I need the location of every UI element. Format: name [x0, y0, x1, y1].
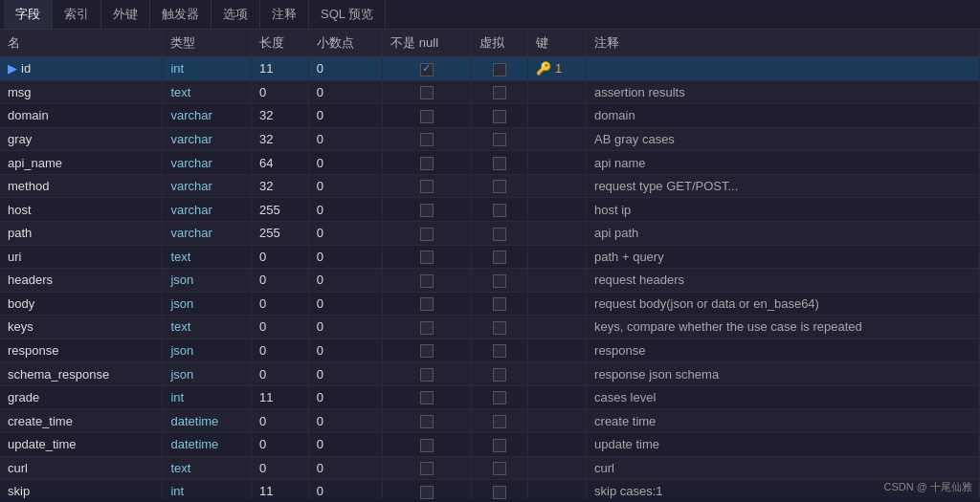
notnull-checkbox[interactable]	[420, 63, 434, 76]
field-notnull[interactable]	[383, 269, 472, 293]
table-row[interactable]: hostvarchar2550host ip	[0, 198, 980, 222]
notnull-checkbox[interactable]	[420, 133, 434, 146]
field-notnull[interactable]	[383, 221, 472, 245]
field-virtual[interactable]	[471, 151, 528, 175]
virtual-checkbox[interactable]	[493, 297, 506, 311]
field-virtual[interactable]	[471, 57, 528, 81]
table-row[interactable]: ▶idint110🔑 1	[0, 57, 980, 81]
notnull-checkbox[interactable]	[420, 228, 434, 241]
table-row[interactable]: keystext00keys, compare whether the use …	[0, 316, 980, 339]
field-notnull[interactable]	[383, 292, 472, 316]
notnull-checkbox[interactable]	[420, 439, 434, 452]
virtual-checkbox[interactable]	[493, 204, 506, 217]
field-virtual[interactable]	[471, 292, 528, 316]
notnull-checkbox[interactable]	[420, 274, 434, 288]
virtual-checkbox[interactable]	[493, 180, 506, 193]
tab-SQL 预览[interactable]: SQL 预览	[309, 0, 386, 29]
notnull-checkbox[interactable]	[420, 486, 434, 499]
virtual-checkbox[interactable]	[493, 110, 506, 123]
notnull-checkbox[interactable]	[420, 391, 434, 404]
virtual-checkbox[interactable]	[493, 486, 506, 499]
field-virtual[interactable]	[471, 198, 528, 222]
field-notnull[interactable]	[383, 433, 472, 457]
virtual-checkbox[interactable]	[493, 415, 506, 428]
tab-字段[interactable]: 字段	[4, 0, 53, 29]
virtual-checkbox[interactable]	[493, 391, 506, 404]
virtual-checkbox[interactable]	[493, 344, 506, 358]
field-virtual[interactable]	[471, 456, 528, 480]
table-row[interactable]: responsejson00response	[0, 338, 980, 362]
table-row[interactable]: headersjson00request headers	[0, 269, 980, 293]
table-row[interactable]: pathvarchar2550api path	[0, 221, 980, 245]
tab-触发器[interactable]: 触发器	[150, 0, 212, 29]
table-row[interactable]: domainvarchar320domain	[0, 104, 980, 128]
notnull-checkbox[interactable]	[420, 251, 434, 264]
virtual-checkbox[interactable]	[493, 63, 506, 76]
field-virtual[interactable]	[471, 338, 528, 362]
notnull-checkbox[interactable]	[420, 204, 434, 217]
tab-索引[interactable]: 索引	[53, 0, 101, 29]
table-row[interactable]: curltext00curl	[0, 456, 980, 480]
tab-注释[interactable]: 注释	[260, 0, 309, 29]
field-notnull[interactable]	[383, 245, 472, 269]
field-notnull[interactable]	[383, 104, 472, 128]
field-notnull[interactable]	[383, 127, 472, 151]
virtual-checkbox[interactable]	[493, 321, 506, 335]
tab-外键[interactable]: 外键	[101, 0, 150, 29]
field-virtual[interactable]	[471, 433, 528, 457]
virtual-checkbox[interactable]	[493, 157, 506, 170]
table-row[interactable]: gradeint110cases level	[0, 385, 980, 409]
notnull-checkbox[interactable]	[420, 462, 434, 475]
table-row[interactable]: uritext00path + query	[0, 245, 980, 269]
notnull-checkbox[interactable]	[420, 86, 434, 99]
virtual-checkbox[interactable]	[493, 251, 506, 264]
notnull-checkbox[interactable]	[420, 110, 434, 123]
field-virtual[interactable]	[471, 80, 528, 104]
table-row[interactable]: schema_responsejson00response json schem…	[0, 362, 980, 386]
field-virtual[interactable]	[471, 245, 528, 269]
field-virtual[interactable]	[471, 221, 528, 245]
field-notnull[interactable]	[383, 456, 472, 480]
virtual-checkbox[interactable]	[493, 86, 506, 99]
table-row[interactable]: skipint110skip cases:1	[0, 480, 980, 499]
virtual-checkbox[interactable]	[493, 368, 506, 382]
notnull-checkbox[interactable]	[420, 368, 434, 382]
notnull-checkbox[interactable]	[420, 297, 434, 311]
virtual-checkbox[interactable]	[493, 133, 506, 146]
table-row[interactable]: methodvarchar320request type GET/POST...	[0, 174, 980, 198]
field-virtual[interactable]	[471, 174, 528, 198]
field-notnull[interactable]	[383, 409, 472, 433]
field-notnull[interactable]	[383, 57, 472, 81]
field-notnull[interactable]	[383, 316, 472, 339]
field-notnull[interactable]	[383, 362, 472, 386]
field-notnull[interactable]	[383, 480, 472, 499]
table-row[interactable]: msgtext00assertion results	[0, 80, 980, 104]
table-row[interactable]: create_timedatetime00create time	[0, 409, 980, 433]
field-virtual[interactable]	[471, 127, 528, 151]
virtual-checkbox[interactable]	[493, 439, 506, 452]
notnull-checkbox[interactable]	[420, 344, 434, 358]
field-notnull[interactable]	[383, 80, 472, 104]
notnull-checkbox[interactable]	[420, 321, 434, 335]
table-row[interactable]: grayvarchar320AB gray cases	[0, 127, 980, 151]
field-virtual[interactable]	[471, 385, 528, 409]
field-notnull[interactable]	[383, 338, 472, 362]
virtual-checkbox[interactable]	[493, 274, 506, 288]
field-virtual[interactable]	[471, 269, 528, 293]
tab-选项[interactable]: 选项	[212, 0, 260, 29]
table-row[interactable]: api_namevarchar640api name	[0, 151, 980, 175]
field-virtual[interactable]	[471, 104, 528, 128]
table-row[interactable]: bodyjson00request body(json or data or e…	[0, 292, 980, 316]
field-notnull[interactable]	[383, 385, 472, 409]
field-notnull[interactable]	[383, 151, 472, 175]
virtual-checkbox[interactable]	[493, 228, 506, 241]
table-row[interactable]: update_timedatetime00update time	[0, 433, 980, 457]
field-virtual[interactable]	[471, 316, 528, 339]
field-notnull[interactable]	[383, 174, 472, 198]
notnull-checkbox[interactable]	[420, 157, 434, 170]
virtual-checkbox[interactable]	[493, 462, 506, 475]
field-virtual[interactable]	[471, 480, 528, 499]
field-virtual[interactable]	[471, 409, 528, 433]
notnull-checkbox[interactable]	[420, 180, 434, 193]
field-notnull[interactable]	[383, 198, 472, 222]
